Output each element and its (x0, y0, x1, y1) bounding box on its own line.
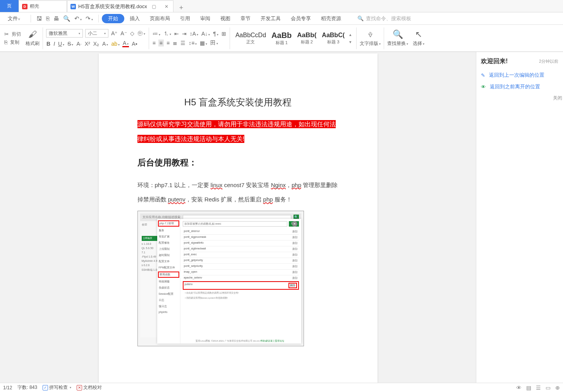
clear-format-icon[interactable]: ◇ (130, 30, 135, 36)
bold-icon[interactable]: B (46, 41, 51, 47)
shading-icon[interactable]: ▦▾ (199, 40, 208, 46)
search-icon: 🔍 (393, 29, 403, 40)
align-right-icon[interactable]: ≡ (166, 40, 170, 46)
return-last-edit-link[interactable]: ✎ 返回到上一次编辑的位置 (476, 69, 563, 81)
page: H5 盲盒系统安装使用教程 源码仅供研究学习交流使用，请勿用于非法违法违规用途，… (99, 53, 378, 383)
side-close-link[interactable]: 关闭 (476, 93, 563, 104)
shell-icon: D (22, 4, 27, 9)
align-left-icon[interactable]: ≡ (152, 40, 156, 46)
export-icon[interactable]: ⎘ (46, 15, 50, 22)
view-print-icon[interactable]: ▤ (526, 385, 531, 391)
word-icon: W (70, 4, 76, 9)
superscript-icon[interactable]: X² (84, 41, 91, 47)
find-replace-button[interactable]: 🔍 查找替换▾ (385, 29, 410, 47)
font-shrink-icon[interactable]: A⁻ (120, 30, 127, 36)
bullets-icon[interactable]: ≔▾ (152, 31, 161, 37)
view-read-icon[interactable]: 👁 (516, 385, 522, 391)
menu-start[interactable]: 开始 (102, 14, 124, 23)
phonetic-icon[interactable]: ㊥▾ (137, 30, 146, 37)
copy-icon[interactable]: ⎘ (4, 39, 8, 45)
align-center-icon[interactable]: ≡ (158, 40, 164, 46)
paint-brush-icon: 🖌 (28, 29, 37, 40)
char-shading-icon[interactable]: A▪ (131, 41, 137, 47)
align-distribute-icon[interactable]: ☰ (180, 40, 186, 46)
menu-references[interactable]: 引用 (175, 14, 195, 24)
spell-check-toggle[interactable]: ✓拼写检查▾ (43, 384, 71, 391)
menu-member[interactable]: 会员专享 (286, 14, 316, 24)
tab-home[interactable]: 页 (0, 0, 19, 12)
menu-search[interactable]: 🔍 查找命令、搜索模板 (354, 14, 414, 23)
return-last-open-link[interactable]: 👁 返回到之前离开的位置 (476, 81, 563, 93)
show-marks-icon[interactable]: ¶▾ (213, 31, 219, 37)
page-indicator[interactable]: 1/12 (3, 385, 12, 390)
indent-dec-icon[interactable]: ⇤ (174, 31, 179, 37)
document-area[interactable]: ▤ ▾ H5 盲盒系统安装使用教程 源码仅供研究学习交流使用，请勿用于非法违法违… (0, 52, 476, 383)
style-normal[interactable]: AaBbCcDd正文 (233, 31, 268, 45)
align-justify-icon[interactable]: ≣ (172, 40, 178, 46)
sort-icon[interactable]: A↓▾ (201, 31, 210, 37)
section-title: 后台使用教程： (137, 157, 339, 168)
font-grow-icon[interactable]: A⁺ (111, 30, 118, 36)
menu-insert[interactable]: 插入 (125, 14, 144, 24)
italic-icon[interactable]: I (53, 41, 55, 47)
menu-review[interactable]: 审阅 (196, 14, 215, 24)
embed-modal-close-icon: ✕ (292, 221, 297, 227)
cut-icon[interactable]: ✂ (4, 31, 9, 37)
style-heading3[interactable]: AaBbC(标题 3 (319, 31, 347, 45)
strike-icon[interactable]: S▾ (67, 41, 74, 47)
menu-devtools[interactable]: 开发工具 (256, 14, 285, 24)
menu-chapter[interactable]: 章节 (236, 14, 255, 24)
word-count[interactable]: 字数: 843 (17, 384, 37, 391)
text-layout-button[interactable]: ⎀ 文字排版▾ (357, 29, 383, 47)
style-heading1[interactable]: AaBb标题 1 (269, 30, 294, 46)
redo-icon[interactable]: ↷▾ (86, 15, 93, 22)
tab-close-icon[interactable]: ✕ (163, 4, 170, 9)
print-icon[interactable]: 🖶 (53, 15, 59, 22)
workspace: ▤ ▾ H5 盲盒系统安装使用教程 源码仅供研究学习交流使用，请勿用于非法违法违… (0, 52, 563, 383)
status-bar: 1/12 字数: 843 ✓拼写检查▾ ✕文档校对 👁 ▤ ☰ ▭ ⊕ (0, 383, 563, 392)
welcome-title: 欢迎回来! (481, 57, 508, 65)
tab-doc-active[interactable]: W H5盲盒系统安装使用教程.docx ▢ ✕ (67, 0, 173, 12)
highlight-icon[interactable]: ab▾ (111, 41, 120, 47)
menu-file[interactable]: 文件∨ (3, 14, 27, 24)
text-direction-icon[interactable]: ↕A▾ (189, 31, 199, 37)
style-heading2[interactable]: AaBb(标题 2 (295, 31, 319, 46)
tab-doc-label: H5盲盒系统安装使用教程.docx (78, 3, 147, 10)
quick-access-toolbar: 🖫 ⎘ 🖶 🔍 ↶▾ ↷▾ (34, 15, 95, 22)
view-outline-icon[interactable]: ☰ (536, 385, 541, 391)
borders-icon[interactable]: 田▾ (210, 40, 218, 46)
format-painter-button[interactable]: 🖌 格式刷 (23, 29, 42, 47)
tab-new-icon[interactable]: + (173, 4, 189, 12)
doc-proof-toggle[interactable]: ✕文档校对 (77, 384, 102, 391)
tab-shell-label: 稻壳 (30, 3, 39, 10)
select-button[interactable]: ↖ 选择▾ (410, 29, 427, 47)
emphasis-icon[interactable]: A· (76, 41, 82, 47)
tab-stops-icon[interactable]: ⊞ (221, 31, 227, 37)
pencil-icon: ✎ (481, 72, 485, 78)
paragraph-group: ≔▾ ⒈▾ ⇤ ⇥ ↕A▾ A↓▾ ¶▾ ⊞ ≡ ≡ ≡ ≣ ☰ ↕≡▾ ▦▾ … (150, 27, 229, 50)
font-name-select[interactable]: 微软雅黑▾ (46, 29, 83, 38)
numbering-icon[interactable]: ⒈▾ (163, 30, 172, 37)
clipboard-group: ✂剪切 ⎘复制 (2, 27, 23, 50)
tab-shell[interactable]: D 稻壳 (19, 0, 67, 12)
tab-device-icon[interactable]: ▢ (152, 4, 156, 9)
line-spacing-icon[interactable]: ↕≡▾ (188, 40, 197, 46)
underline-icon[interactable]: U▾ (58, 41, 65, 47)
menu-resources[interactable]: 稻壳资源 (316, 14, 346, 24)
subscript-icon[interactable]: X₂ (93, 41, 100, 47)
eye-icon: 👁 (481, 84, 486, 90)
styles-more-icon[interactable]: ▴▾ (348, 32, 353, 45)
indent-inc-icon[interactable]: ⇥ (182, 31, 187, 37)
cursor-icon: ↖ (415, 29, 422, 40)
preview-icon[interactable]: 🔍 (63, 15, 70, 22)
undo-icon[interactable]: ↶▾ (74, 15, 82, 22)
menu-view[interactable]: 视图 (216, 14, 235, 24)
view-web-icon[interactable]: ⊕ (555, 385, 560, 391)
menu-page-layout[interactable]: 页面布局 (145, 14, 175, 24)
styles-group: AaBbCcDd正文 AaBb标题 1 AaBb(标题 2 AaBbC(标题 3… (231, 27, 355, 50)
save-icon[interactable]: 🖫 (36, 15, 42, 22)
font-size-select[interactable]: 小二▾ (85, 29, 108, 38)
text-effects-icon[interactable]: A▾ (102, 41, 108, 47)
view-book-icon[interactable]: ▭ (546, 385, 551, 391)
font-color-icon[interactable]: A▾ (122, 40, 129, 47)
